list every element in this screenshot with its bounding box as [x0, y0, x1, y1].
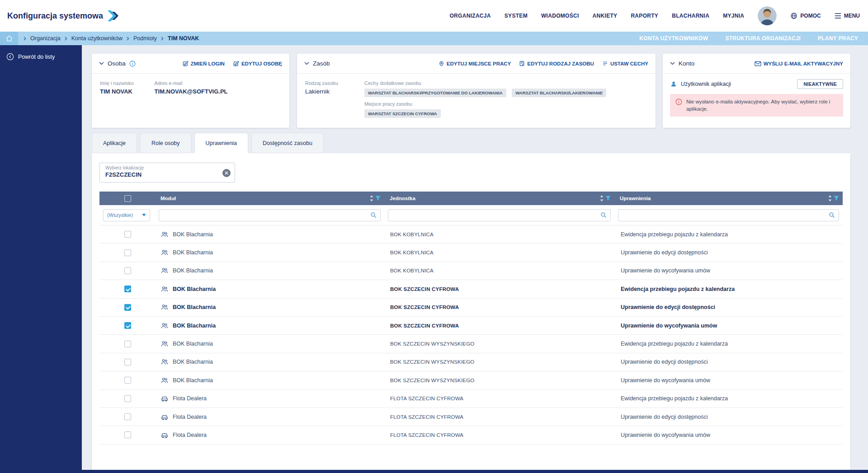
column-jednostka[interactable]: Jednostka [384, 196, 415, 201]
user-icon [670, 80, 677, 88]
nav-ankiety[interactable]: ANKIETY [593, 13, 618, 19]
row-checkbox[interactable] [124, 359, 131, 365]
unit-name: BOK KOBYLNICA [384, 244, 614, 261]
chevron-down-icon[interactable] [99, 62, 104, 65]
workplace-label: Miejsce pracy zasobu [364, 101, 610, 107]
link-plany-pracy[interactable]: PLANY PRACY [818, 35, 858, 42]
sort-icon[interactable] [828, 195, 832, 201]
module-filter-select[interactable]: (Wszystkie) [103, 209, 150, 221]
unit-name: BOK SZCZECIN WYSZYNSKIEGO [384, 335, 614, 352]
table-row[interactable]: Flota Dealera FLOTA SZCZECIN CYFROWA Upr… [99, 426, 843, 444]
table-row[interactable]: Flota Dealera FLOTA SZCZECIN CYFROWA Ewi… [99, 390, 843, 408]
nav-system[interactable]: SYSTEM [505, 13, 528, 19]
app-title: Konfiguracja systemowa [7, 11, 103, 21]
row-checkbox[interactable] [124, 395, 131, 402]
user-avatar[interactable] [758, 6, 777, 25]
nav-raporty[interactable]: RAPORTY [631, 13, 658, 19]
activation-warning-text: Nie wysłano e-maila aktywacyjnego. Aby w… [686, 98, 838, 112]
tab-uprawnienia[interactable]: Uprawnienia [194, 133, 248, 153]
app-logo[interactable]: Konfiguracja systemowa [7, 10, 119, 21]
breadcrumb-organizacja[interactable]: Organizacja [30, 35, 61, 42]
edit-resource-type-label: EDYTUJ RODZAJ ZASOBU [527, 61, 594, 66]
row-checkbox[interactable] [124, 286, 131, 292]
link-struktura-organizacji[interactable]: STRUKTURA ORGANIZACJI [725, 35, 801, 42]
sort-icon[interactable] [369, 195, 374, 201]
caret-down-icon [142, 214, 146, 216]
feature-tag: WARSZTAT BLACHARSKI/PRZYGOTOWANIE DO LAK… [364, 89, 506, 97]
table-row[interactable]: BOK Blacharnia BOK KOBYLNICA Uprawnienie… [99, 244, 843, 262]
breadcrumb-podmioty[interactable]: Podmioty [133, 35, 157, 42]
table-row[interactable]: BOK Blacharnia BOK KOBYLNICA Ewidencja p… [99, 225, 843, 244]
email-field-value: TIM.NOVAK@SOFTVIG.PL [155, 88, 228, 95]
clear-location-button[interactable] [222, 169, 231, 177]
chevron-down-icon[interactable] [670, 62, 675, 65]
table-row[interactable]: BOK Blacharnia BOK SZCZECIN CYFROWA Upra… [99, 299, 843, 317]
permission-search-input[interactable] [622, 212, 829, 218]
name-field-label: Imię i nazwisko [100, 80, 134, 86]
link-konta-uzytkownikow[interactable]: KONTA UŻYTKOWNIKÓW [639, 35, 708, 42]
sidebar: Powrót do listy [0, 45, 82, 473]
table-row[interactable]: BOK Blacharnia BOK KOBYLNICA Uprawnienie… [99, 262, 843, 280]
table-row[interactable]: BOK Blacharnia BOK SZCZECIN WYSZYNSKIEGO… [99, 371, 843, 389]
filter-icon[interactable] [834, 196, 839, 201]
row-checkbox[interactable] [124, 431, 131, 438]
row-checkbox[interactable] [124, 249, 131, 256]
edit-person-button[interactable]: EDYTUJ OSOBĘ [233, 61, 282, 67]
row-checkbox[interactable] [124, 304, 131, 311]
menu-label: MENU [844, 13, 860, 19]
search-icon [600, 212, 607, 218]
column-uprawnienia[interactable]: Uprawnienia [614, 196, 651, 201]
unit-name: BOK KOBYLNICA [384, 225, 614, 243]
help-button[interactable]: POMOC [790, 12, 821, 19]
chevron-right-icon [161, 37, 164, 41]
app-root: Konfiguracja systemowa ORGANIZACJA SYSTE… [0, 0, 868, 473]
chevron-right-icon [65, 37, 67, 41]
row-checkbox[interactable] [124, 322, 131, 329]
send-activation-email-button[interactable]: WYŚLIJ E-MAIL AKTYWACYJNY [755, 61, 843, 66]
table-row[interactable]: BOK Blacharnia BOK SZCZECIN CYFROWA Upra… [99, 317, 843, 335]
nav-organizacja[interactable]: ORGANIZACJA [449, 13, 491, 19]
close-icon [225, 171, 228, 175]
module-name: BOK Blacharnia [173, 304, 216, 310]
home-button[interactable] [0, 32, 18, 45]
chevron-down-icon[interactable] [304, 62, 309, 65]
row-checkbox[interactable] [124, 377, 131, 384]
nav-myjnia[interactable]: MYJNIA [723, 13, 744, 19]
info-icon[interactable] [129, 61, 136, 67]
edit-resource-type-button[interactable]: EDYTUJ RODZAJ ZASOBU [519, 61, 594, 66]
status-badge[interactable]: NIEAKTYWNE [797, 79, 843, 89]
column-modul[interactable]: Moduł [155, 196, 176, 201]
set-features-button[interactable]: USTAW CECHY [602, 61, 648, 66]
breadcrumb-konta-uzytkownikow[interactable]: Konta użytkowników [71, 35, 123, 42]
nav-wiadomosci[interactable]: WIADOMOŚCI [541, 13, 579, 19]
tab-dostepnosc-zasobu[interactable]: Dostępność zasobu [251, 133, 324, 153]
nav-blacharnia[interactable]: BLACHARNIA [672, 13, 709, 19]
table-row[interactable]: Flota Dealera FLOTA SZCZECIN CYFROWA Upr… [99, 408, 843, 426]
table-row[interactable]: BOK Blacharnia BOK SZCZECIN WYSZYNSKIEGO… [99, 353, 843, 371]
alert-icon [675, 98, 682, 105]
table-row[interactable]: BOK Blacharnia BOK SZCZECIN CYFROWA Ewid… [99, 280, 843, 298]
edit-workplace-button[interactable]: EDYTUJ MIEJSCE PRACY [439, 61, 511, 67]
unit-name: FLOTA SZCZECIN CYFROWA [384, 426, 614, 444]
table-row[interactable]: BOK Blacharnia BOK SZCZECIN WYSZYNSKIEGO… [99, 335, 843, 353]
filter-icon[interactable] [605, 196, 611, 201]
tab-aplikacje[interactable]: Aplikacje [92, 133, 137, 153]
home-icon [6, 35, 13, 42]
tab-role-osoby[interactable]: Role osoby [140, 133, 191, 153]
select-all-checkbox[interactable] [124, 195, 131, 202]
change-login-button[interactable]: ZMIEŃ LOGIN [182, 61, 225, 67]
module-search-input[interactable] [163, 212, 370, 218]
location-filter[interactable]: Wybierz lokalizację F2SZCZECIN [99, 163, 235, 183]
menu-button[interactable]: MENU [835, 13, 860, 19]
row-checkbox[interactable] [124, 231, 131, 238]
filter-icon[interactable] [375, 196, 381, 201]
module-name: Flota Dealera [173, 414, 207, 420]
back-to-list-button[interactable]: Powrót do listy [0, 45, 82, 68]
row-checkbox[interactable] [124, 341, 131, 347]
permission-name: Uprawnienie do edycji dostępności [614, 408, 843, 426]
sort-icon[interactable] [599, 195, 604, 201]
row-checkbox[interactable] [124, 413, 131, 420]
mail-icon [755, 61, 761, 66]
row-checkbox[interactable] [124, 267, 131, 274]
unit-search-input[interactable] [392, 212, 600, 218]
